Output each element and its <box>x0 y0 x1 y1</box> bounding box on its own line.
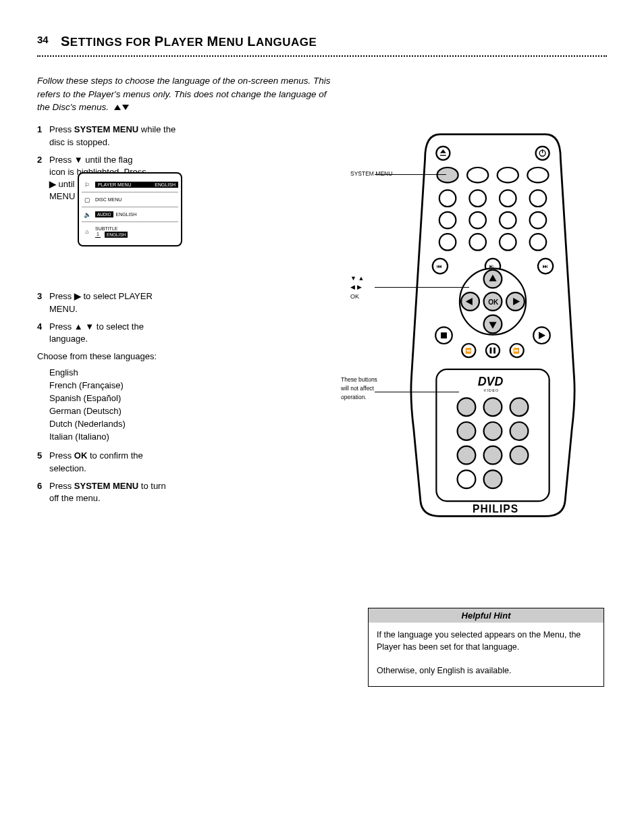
step-number: 3 <box>37 290 49 315</box>
step-text: Press SYSTEM MENU to turn off the menu. <box>49 480 341 504</box>
svg-point-58 <box>510 422 529 440</box>
intro-text: Follow these steps to choose the languag… <box>37 74 341 114</box>
t: while the <box>141 124 176 134</box>
step-number: 5 <box>37 450 49 474</box>
svg-point-54 <box>484 398 502 416</box>
svg-text:⏪: ⏪ <box>465 347 472 354</box>
svg-point-10 <box>498 167 518 182</box>
t: OK <box>350 293 359 300</box>
svg-point-8 <box>437 167 458 182</box>
t: SYSTEM MENU <box>350 170 392 177</box>
t: SYSTEM MENU <box>74 481 141 491</box>
screen-selected-row: PLAYER MENU ENGLISH <box>95 182 178 188</box>
lang-item: German (Deutsch) <box>49 405 341 418</box>
dvd-sub: VIDEO <box>484 388 500 392</box>
t: Press <box>49 321 74 332</box>
svg-rect-49 <box>490 348 492 354</box>
t: Choose from these languages: <box>37 351 157 361</box>
sound-icon: 🔈 <box>82 211 92 218</box>
svg-text:⏩: ⏩ <box>513 347 520 354</box>
svg-point-19 <box>530 212 547 229</box>
callout-system-menu: SYSTEM MENU <box>350 169 398 178</box>
t: selection. <box>49 463 86 473</box>
t: ENGLISH <box>105 232 128 238</box>
svg-point-53 <box>458 398 476 416</box>
intro: Follow these steps to choose the languag… <box>37 76 331 112</box>
svg-point-12 <box>439 190 456 207</box>
svg-point-60 <box>484 446 502 465</box>
language-list: English French (Française) Spanish (Espa… <box>49 367 341 443</box>
t: OK <box>74 450 90 461</box>
svg-point-9 <box>467 167 488 182</box>
t: MENU. <box>49 304 78 314</box>
t: Press <box>49 124 74 134</box>
step-text: Press OK to confirm the selection. <box>49 450 341 474</box>
screen-icon: ▢ <box>82 197 92 203</box>
t: ▼ ▲ <box>350 275 364 282</box>
svg-rect-50 <box>493 348 495 354</box>
t: Press <box>49 481 74 491</box>
svg-point-14 <box>500 190 516 207</box>
step-text: Press ▲ ▼ to select the language. <box>49 321 341 345</box>
svg-point-63 <box>484 470 502 488</box>
screen-row: ⚐ PLAYER MENU ENGLISH <box>82 178 178 192</box>
t: language. <box>49 334 88 344</box>
flag-icon: ⚐ <box>82 182 92 188</box>
tip-header: Helpful Hint <box>369 608 603 623</box>
t: to select PLAYER <box>81 291 153 301</box>
language-choices: Choose from these languages: English Fre… <box>37 350 341 443</box>
svg-marker-0 <box>114 105 121 110</box>
t: P <box>155 34 164 49</box>
tv-screen-menu: ⚐ PLAYER MENU ENGLISH ▢ DISC MENU 🔈 AUDI… <box>78 172 182 246</box>
up-down-icon <box>114 104 129 111</box>
t: to turn <box>141 481 166 491</box>
t: 1 <box>95 232 101 238</box>
step-5: 5 Press OK to confirm the selection. <box>37 450 341 474</box>
title-seg: PLAYER <box>155 36 203 49</box>
t: PLAYER MENU <box>98 182 132 187</box>
svg-point-18 <box>500 212 516 229</box>
svg-point-57 <box>484 422 502 440</box>
t: Press <box>49 155 74 165</box>
access-icon: ⌂ <box>82 228 92 235</box>
svg-marker-1 <box>122 105 129 110</box>
step-number: 4 <box>37 321 49 345</box>
step-6: 6 Press SYSTEM MENU to turn off the menu… <box>37 480 341 504</box>
instructions-column: Follow these steps to choose the languag… <box>37 74 341 510</box>
svg-point-22 <box>500 234 516 251</box>
svg-point-17 <box>469 212 486 229</box>
t: If the language you selected appears on … <box>377 630 581 652</box>
t: off the menu. <box>49 493 101 503</box>
t: to confirm the <box>90 450 143 461</box>
t: LAYER <box>164 36 204 49</box>
t: SYSTEM MENU <box>74 124 141 134</box>
step-3: 3 Press ▶ to select PLAYER MENU. <box>37 290 341 315</box>
step-number: 2 <box>37 154 49 203</box>
t: ANGUAGE <box>256 36 317 49</box>
t: ENU <box>219 36 244 49</box>
svg-point-46 <box>486 344 500 357</box>
svg-point-11 <box>527 167 548 182</box>
t: ENGLISH <box>116 212 137 217</box>
svg-point-15 <box>530 190 547 207</box>
t: ETTINGS FOR <box>70 36 151 49</box>
step-text: Press ▶ to select PLAYER MENU. <box>49 290 341 315</box>
helpful-hint-box: Helpful Hint If the language you selecte… <box>368 608 604 687</box>
t: SUBTITLE <box>95 226 178 231</box>
svg-point-55 <box>510 398 529 416</box>
screen-row: ⌂ SUBTITLE 1 ENGLISH <box>82 222 178 241</box>
t: S <box>61 34 70 49</box>
title-seg: LANGUAGE <box>247 36 317 49</box>
step-number: 6 <box>37 480 49 504</box>
svg-text:⏭: ⏭ <box>543 263 548 269</box>
remote-control-illustration: ⏮ ⏯ ⏭ OK ⏪ ⏩ DVD VIDEO PHILIPS <box>395 128 591 520</box>
lang-item: English <box>49 367 341 380</box>
screen-row: ▢ DISC MENU <box>82 192 178 207</box>
svg-text:OK: OK <box>488 298 499 306</box>
t: ◀ ▶ <box>350 284 362 290</box>
page-title: SETTINGS FOR PLAYER MENU LANGUAGE <box>61 34 607 49</box>
t: ENGLISH <box>155 182 176 187</box>
lang-item: Dutch (Nederlands) <box>49 418 341 431</box>
svg-point-23 <box>530 234 547 251</box>
t: Otherwise, only English is available. <box>377 666 511 675</box>
